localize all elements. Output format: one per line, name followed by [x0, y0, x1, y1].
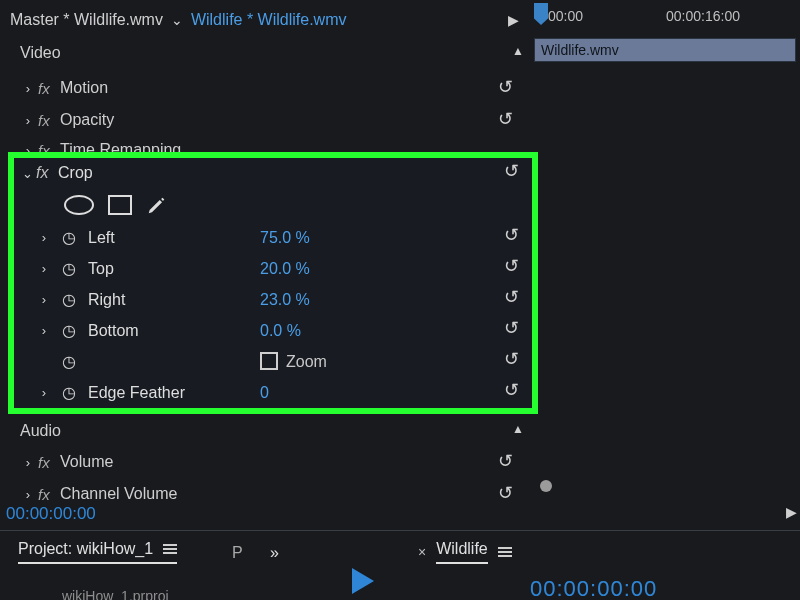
effect-label: Motion — [60, 79, 108, 97]
effect-label: Crop — [58, 164, 93, 182]
stopwatch-icon[interactable]: ◷ — [62, 352, 80, 371]
param-label: Right — [88, 291, 125, 309]
play-icon[interactable]: ▶ — [508, 12, 519, 28]
expand-icon[interactable]: › — [18, 81, 38, 96]
param-value[interactable]: 20.0 % — [260, 260, 310, 278]
param-label: Top — [88, 260, 114, 278]
timeline-clip-label: Wildlife.wmv — [541, 42, 619, 58]
effect-row-opacity[interactable]: › fx Opacity ↺ — [18, 106, 526, 134]
project-panel-title: Project: wikiHow_1 — [18, 540, 153, 558]
expand-icon[interactable]: › — [36, 323, 52, 338]
reset-icon[interactable]: ↺ — [504, 160, 526, 182]
effect-row-crop[interactable]: ⌄ fx Crop ↺ — [14, 158, 532, 188]
crop-param-bottom[interactable]: › ◷ Bottom 0.0 % ↺ — [14, 315, 532, 346]
crop-effect-highlight: ⌄ fx Crop ↺ › ◷ Left 75.0 % ↺ › — [8, 152, 538, 414]
reset-icon[interactable]: ↺ — [498, 450, 520, 472]
expand-icon[interactable]: › — [36, 261, 52, 276]
scroll-right-icon[interactable]: ▶ — [786, 504, 797, 520]
effect-label: Opacity — [60, 111, 114, 129]
timeline-timecode[interactable]: 00:00:00:00 — [530, 576, 657, 600]
collapse-icon[interactable]: ⌄ — [18, 166, 36, 181]
param-label: Zoom — [286, 353, 327, 370]
stopwatch-icon[interactable]: ◷ — [62, 259, 80, 278]
project-panel-tab[interactable]: Project: wikiHow_1 — [18, 540, 177, 564]
reset-icon[interactable]: ↺ — [504, 317, 526, 339]
crop-param-top[interactable]: › ◷ Top 20.0 % ↺ — [14, 253, 532, 284]
reset-icon[interactable]: ↺ — [498, 482, 520, 504]
panel-menu-icon[interactable] — [498, 545, 512, 559]
pen-mask-button[interactable] — [146, 194, 168, 216]
fx-icon: fx — [38, 486, 60, 503]
timeline-clip[interactable]: Wildlife.wmv — [534, 38, 796, 62]
playhead-marker[interactable] — [534, 3, 548, 25]
stopwatch-icon[interactable]: ◷ — [62, 290, 80, 309]
project-file-label: wikiHow_1.prproj — [62, 588, 169, 600]
video-section-header[interactable]: Video — [20, 44, 61, 62]
param-value[interactable]: 0.0 % — [260, 322, 301, 340]
scroll-up-icon[interactable]: ▲ — [512, 44, 524, 58]
timeline-tick-0: 00:00 — [548, 8, 583, 24]
svg-marker-0 — [352, 568, 374, 594]
play-cursor-icon[interactable] — [348, 566, 378, 596]
scroll-down-hint-icon: ▲ — [512, 422, 524, 436]
active-clip-label[interactable]: Wildlife * Wildlife.wmv — [191, 11, 347, 29]
ellipse-mask-button[interactable] — [64, 195, 94, 215]
fx-icon: fx — [36, 164, 58, 182]
reset-icon[interactable]: ↺ — [504, 286, 526, 308]
panel-menu-icon[interactable] — [163, 542, 177, 556]
fx-icon: fx — [38, 80, 60, 97]
effect-row-motion[interactable]: › fx Motion ↺ — [18, 74, 526, 102]
close-icon[interactable]: × — [418, 544, 426, 560]
expand-icon[interactable]: › — [36, 385, 52, 400]
checkbox-icon[interactable] — [260, 352, 278, 370]
project-other-tab[interactable]: P — [232, 544, 243, 562]
param-label: Bottom — [88, 322, 139, 340]
reset-icon[interactable]: ↺ — [504, 348, 526, 370]
source-clip-header: Master * Wildlife.wmv ⌄ Wildlife * Wildl… — [10, 8, 346, 32]
effect-label: Channel Volume — [60, 485, 177, 503]
timeline-panel-tab[interactable]: × Wildlife — [418, 540, 512, 564]
audio-section-header[interactable]: Audio — [20, 422, 61, 440]
param-label: Edge Feather — [88, 384, 185, 402]
overflow-icon[interactable]: » — [270, 544, 277, 562]
reset-icon[interactable]: ↺ — [504, 379, 526, 401]
crop-param-zoom[interactable]: ◷ Zoom ↺ — [14, 346, 532, 377]
crop-param-edge-feather[interactable]: › ◷ Edge Feather 0 ↺ — [14, 377, 532, 408]
crop-param-right[interactable]: › ◷ Right 23.0 % ↺ — [14, 284, 532, 315]
stopwatch-icon[interactable]: ◷ — [62, 321, 80, 340]
expand-icon[interactable]: › — [36, 230, 52, 245]
param-value[interactable]: 23.0 % — [260, 291, 310, 309]
effect-controls-timecode[interactable]: 00:00:00:00 — [6, 504, 96, 524]
chevron-down-icon[interactable]: ⌄ — [171, 12, 183, 28]
stopwatch-icon[interactable]: ◷ — [62, 228, 80, 247]
fx-icon: fx — [38, 112, 60, 129]
effect-row-volume[interactable]: › fx Volume ↺ — [18, 448, 526, 476]
effect-label: Volume — [60, 453, 113, 471]
mask-shape-row — [14, 188, 532, 222]
scrubber-handle[interactable] — [540, 480, 552, 492]
master-clip-label[interactable]: Master * Wildlife.wmv — [10, 11, 163, 29]
zoom-checkbox-wrap[interactable]: Zoom — [260, 352, 327, 371]
reset-icon[interactable]: ↺ — [498, 108, 520, 130]
param-value[interactable]: 75.0 % — [260, 229, 310, 247]
rect-mask-button[interactable] — [108, 195, 132, 215]
reset-icon[interactable]: ↺ — [498, 76, 520, 98]
reset-icon[interactable]: ↺ — [504, 224, 526, 246]
stopwatch-icon[interactable]: ◷ — [62, 383, 80, 402]
expand-icon[interactable]: › — [36, 292, 52, 307]
panel-divider — [0, 530, 800, 531]
expand-icon[interactable]: › — [18, 113, 38, 128]
timeline-tick-1: 00:00:16:00 — [666, 8, 740, 24]
expand-icon[interactable]: › — [18, 487, 38, 502]
crop-param-left[interactable]: › ◷ Left 75.0 % ↺ — [14, 222, 532, 253]
expand-icon[interactable]: › — [18, 455, 38, 470]
param-label: Left — [88, 229, 115, 247]
param-value[interactable]: 0 — [260, 384, 269, 402]
timeline-panel-title: Wildlife — [436, 540, 488, 564]
fx-icon: fx — [38, 454, 60, 471]
reset-icon[interactable]: ↺ — [504, 255, 526, 277]
